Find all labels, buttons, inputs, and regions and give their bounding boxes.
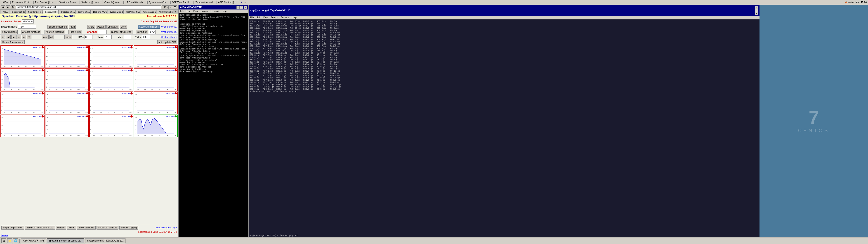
taskbar-app-asic[interactable]: ASIC Control @ c...: [217, 1, 239, 4]
aida-terminal-input[interactable]: [180, 235, 247, 237]
nav-prev[interactable]: ◀: [6, 35, 11, 39]
menu-btn[interactable]: ☰: [173, 5, 177, 9]
tab-1[interactable]: Experiment Contr...×: [10, 10, 26, 13]
update-btn[interactable]: Update: [96, 25, 105, 29]
ssh-input[interactable]: [300, 235, 758, 237]
taskbar-app-run[interactable]: Run Control @ car...: [33, 1, 57, 4]
layout-id-btn[interactable]: Layout ID: [136, 30, 148, 34]
taskbar-app-control[interactable]: Control @ carm...: [103, 1, 124, 4]
tab-8[interactable]: GSI White Rabbit...×: [124, 10, 140, 13]
aida-menu-help[interactable]: Help: [221, 10, 227, 13]
arrange-functions-btn[interactable]: Arrange functions: [21, 30, 41, 34]
reload-button[interactable]: ↻: [11, 5, 15, 9]
ssh-menu-view[interactable]: View: [262, 16, 269, 19]
tab-9[interactable]: Temperature and...×: [141, 10, 156, 13]
aida-minimize[interactable]: −: [237, 6, 240, 9]
what-are-these-1[interactable]: What are these?: [161, 26, 177, 28]
view-functions-btn[interactable]: View functions: [1, 30, 18, 34]
aida-menu-terminal[interactable]: Terminal: [210, 10, 220, 13]
how-to-link[interactable]: How to use this page: [156, 226, 177, 229]
auto-update-btn[interactable]: Auto Update OFF: [157, 40, 177, 44]
taskbar-app-gsi[interactable]: GSI White Rabbit ...: [170, 1, 193, 4]
aida-close[interactable]: ×: [244, 6, 247, 9]
tab-5[interactable]: Control @ carm...×: [75, 10, 91, 13]
update-all-btn[interactable]: Update All: [106, 25, 119, 29]
aida-menu-view[interactable]: View: [192, 10, 199, 13]
reload-btn[interactable]: Reload: [56, 226, 66, 230]
ssh-maximize[interactable]: □: [755, 9, 758, 12]
ssh-menu-help[interactable]: Help: [291, 16, 297, 19]
what-are-these-3[interactable]: What are these?: [161, 36, 177, 38]
taskbar-win-ssh[interactable]: npp@carme-gsi:/TapeData/G22-201: [85, 238, 126, 243]
xmin-input[interactable]: [85, 35, 92, 39]
layout-id-select[interactable]: 1: [149, 30, 156, 34]
ssh-menu-edit[interactable]: Edit: [256, 16, 261, 19]
ssh-menu-terminal[interactable]: Terminal: [280, 16, 290, 19]
enable-log-btn[interactable]: Enable Logging: [119, 226, 138, 230]
tab-close-0[interactable]: ×: [8, 11, 9, 13]
aida-maximize[interactable]: □: [240, 6, 243, 9]
empty-log-btn[interactable]: Empty Log Window: [1, 226, 24, 230]
ssh-menu-file[interactable]: File: [250, 16, 254, 19]
xmax-input[interactable]: [104, 35, 112, 39]
aida-menu-edit[interactable]: Edit: [186, 10, 191, 13]
multi-btn[interactable]: multi: [69, 25, 76, 29]
taskbar-app-exp[interactable]: Experiment Contr...: [10, 1, 33, 4]
taskbar-app-temp[interactable]: Temperature and...: [194, 1, 216, 4]
what-are-these-2[interactable]: What are these?: [161, 31, 177, 33]
back-button[interactable]: ◀: [1, 5, 5, 9]
nav-last[interactable]: ⏭: [17, 35, 21, 39]
zero-btn[interactable]: Zero: [120, 25, 127, 29]
num-galleries-btn[interactable]: Number of Galleries: [110, 30, 132, 34]
analysis-functions-btn[interactable]: Analysis functions: [44, 30, 65, 34]
zoom-btn[interactable]: 80%: [162, 5, 168, 9]
taskbar-app-led[interactable]: LED and Wavefor...: [124, 1, 147, 4]
taskbar-app-stats[interactable]: Statistics @ carm...: [80, 1, 102, 4]
select-spectrum-btn[interactable]: Select a spectrum: [48, 25, 68, 29]
send-log-btn[interactable]: Send Log Window to ELog: [25, 226, 55, 230]
nav-first[interactable]: ⏮: [1, 35, 5, 39]
ssh-minimize[interactable]: −: [755, 6, 758, 9]
taskbar-app-spectrum[interactable]: Spectrum Brows...: [58, 1, 79, 4]
channel-input[interactable]: [98, 30, 107, 34]
new-tab-btn[interactable]: +: [174, 10, 177, 13]
nav-up[interactable]: ▲: [22, 35, 26, 39]
tab-0[interactable]: AIDA×: [1, 10, 9, 13]
tab-3[interactable]: Spectrum Brows...×: [43, 10, 59, 13]
aida-menu-file[interactable]: File: [180, 10, 184, 13]
taskbar-icon-folder[interactable]: 📁: [7, 238, 12, 243]
taskbar-app-sys[interactable]: System wide Che...: [147, 1, 170, 4]
nav-down[interactable]: ▼: [27, 35, 31, 39]
nav-all[interactable]: all: [49, 35, 54, 39]
taskbar-x-btn[interactable]: ×: [244, 1, 246, 4]
nav-new[interactable]: new: [42, 35, 49, 39]
ssh-close[interactable]: ×: [755, 12, 758, 15]
spectrum-functions-btn[interactable]: Spectrum functions: [138, 25, 160, 29]
url-bar[interactable]: [16, 5, 161, 9]
show-log-btn[interactable]: Show Log Window: [96, 226, 119, 230]
tab-10[interactable]: ASIC Control @ c...×: [157, 10, 173, 13]
star-btn[interactable]: ☆: [168, 5, 173, 9]
taskbar-app-aida[interactable]: AIDA: [1, 1, 9, 4]
nav-next[interactable]: ▶: [11, 35, 16, 39]
spectrum-name-input[interactable]: [18, 25, 36, 29]
taskbar-new-tab[interactable]: +: [241, 1, 242, 4]
linear-btn[interactable]: linear: [64, 35, 72, 39]
ssh-menu-search[interactable]: Search: [270, 16, 279, 19]
update-rate-btn[interactable]: Update Rate (4 secs): [1, 40, 25, 44]
taskbar-icon-browser[interactable]: 🌐: [13, 238, 18, 243]
acquisition-server-select[interactable]: aida26: [22, 20, 34, 24]
reset-btn[interactable]: Reset: [67, 226, 76, 230]
tags-fits-btn[interactable]: Tags & Fits: [68, 30, 82, 34]
tab-7[interactable]: System wide Che...×: [107, 10, 124, 13]
tab-4[interactable]: Statistics @ carm...×: [59, 10, 75, 13]
home-link[interactable]: Home: [0, 234, 178, 237]
forward-button[interactable]: ▶: [6, 5, 10, 9]
show-vars-btn[interactable]: Show Variables: [77, 226, 96, 230]
taskbar-win-spectrum[interactable]: Spectrum Browser @ carme-gs...: [47, 238, 84, 243]
tab-6[interactable]: LED and Wavefor...×: [91, 10, 107, 13]
show-btn[interactable]: Show: [87, 25, 95, 29]
taskbar-icon-monitor[interactable]: 🖥: [1, 238, 6, 243]
aida-menu-search[interactable]: Search: [200, 10, 209, 13]
ymax-input[interactable]: [142, 35, 150, 39]
